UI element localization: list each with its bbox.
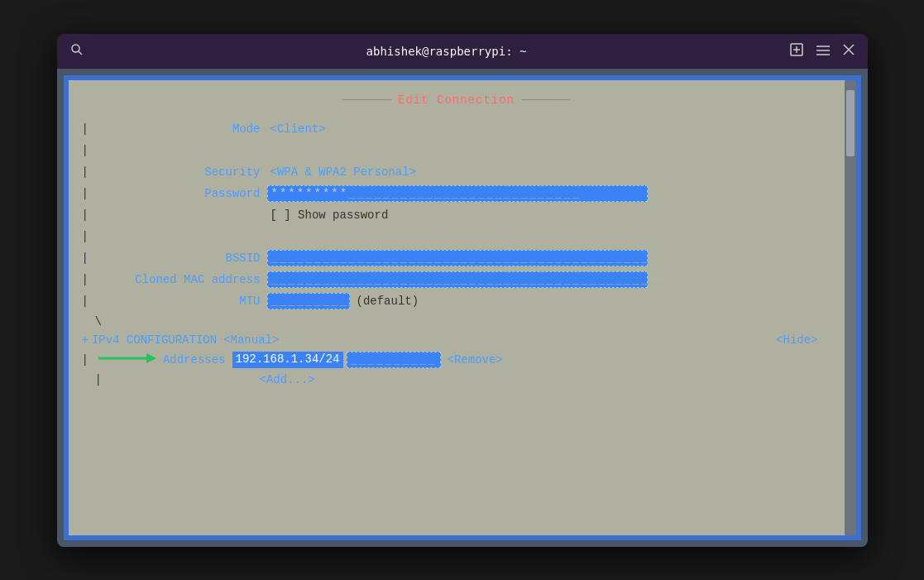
svg-point-0 — [72, 45, 79, 52]
pipe-char: | — [82, 122, 95, 136]
close-button[interactable] — [843, 43, 855, 59]
new-tab-icon[interactable] — [790, 43, 803, 60]
bssid-input[interactable]: ________________________________________… — [267, 250, 648, 266]
titlebar-controls — [790, 43, 855, 60]
mtu-row: | MTU __________ (default) — [82, 292, 831, 310]
svg-line-1 — [79, 51, 82, 55]
add-row: | <Add...> — [95, 373, 831, 386]
ipv4-label: IPv4 CONFIGURATION — [92, 333, 217, 347]
terminal-body: ─────── Edit Connection ─────── | Mode <… — [57, 69, 868, 547]
empty-row-1: | — [82, 141, 831, 160]
edit-connection-title: ─────── Edit Connection ─────── — [82, 93, 831, 107]
svg-marker-11 — [146, 353, 156, 363]
terminal-titlebar: abhishek@raspberrypi: ~ — [57, 34, 868, 69]
terminal-window: abhishek@raspberrypi: ~ — [57, 34, 868, 547]
cloned-mac-input[interactable]: ________________________________________… — [267, 271, 648, 288]
address-value[interactable]: 192.168.1.34/24 — [232, 352, 343, 368]
addresses-label: Addresses — [160, 353, 226, 367]
cloned-mac-row: | Cloned MAC address ___________________… — [82, 271, 831, 289]
remove-button[interactable]: <Remove> — [448, 353, 503, 367]
security-row: | Security <WPA & WPA2 Personal> — [82, 163, 831, 181]
mtu-input[interactable]: __________ — [267, 293, 350, 309]
green-arrow-icon — [98, 350, 156, 370]
scrollbar[interactable] — [845, 80, 856, 535]
password-row: | Password *********____________________… — [82, 185, 831, 203]
terminal-title: abhishek@raspberrypi: ~ — [103, 45, 790, 58]
ipv4-value[interactable]: <Manual> — [223, 333, 279, 347]
password-input[interactable]: *********___________________________ — [267, 185, 648, 202]
addresses-row: | Addresses 192.168.1.34/24 __________ — [82, 350, 831, 370]
titlebar-left — [70, 43, 103, 60]
ipv4-config-row: + IPv4 CONFIGURATION <Manual> <Hide> — [82, 333, 831, 347]
scrollbar-thumb[interactable] — [846, 90, 855, 156]
section-separator: \ — [95, 315, 831, 328]
show-password-row: | [ ] Show password — [82, 206, 831, 224]
show-password-checkbox[interactable]: [ ] Show password — [270, 209, 389, 222]
hide-button[interactable]: <Hide> — [776, 333, 817, 347]
mode-row: | Mode <Client> — [82, 120, 831, 138]
menu-icon[interactable] — [816, 43, 830, 59]
add-button[interactable]: <Add...> — [260, 373, 315, 386]
empty-row-2: | — [82, 228, 831, 246]
bssid-row: | BSSID ________________________________… — [82, 249, 831, 267]
search-icon[interactable] — [70, 43, 84, 60]
terminal-content: ─────── Edit Connection ─────── | Mode <… — [69, 80, 845, 535]
address-extra-input[interactable]: __________ — [347, 352, 441, 368]
